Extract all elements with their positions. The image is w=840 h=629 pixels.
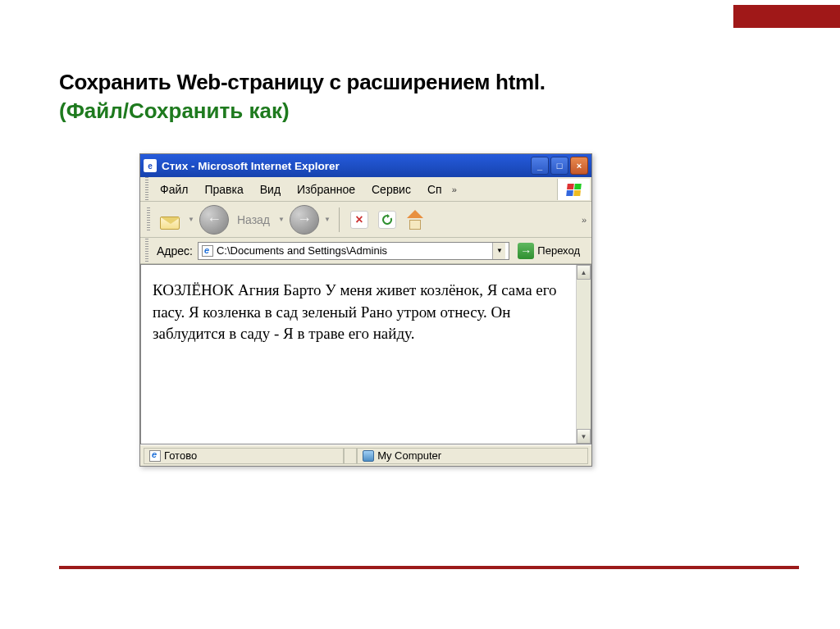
menu-edit[interactable]: Правка — [196, 180, 251, 198]
ie-window: e Стих - Microsoft Internet Explorer _ □… — [139, 153, 592, 467]
windows-flag-icon — [566, 184, 582, 196]
toolbar-grip[interactable] — [145, 239, 148, 263]
address-label: Адрес: — [157, 244, 193, 258]
minimize-button[interactable]: _ — [531, 157, 549, 175]
slide-divider — [59, 566, 799, 569]
page-body-text: КОЗЛЁНОК Агния Барто У меня живет козлён… — [141, 265, 576, 444]
slide-title-block: Сохранить Web-страницу с расширением htm… — [59, 70, 832, 124]
toolbar: ▼ ← Назад ▼ → ▼ × » — [140, 202, 591, 238]
toolbar-grip[interactable] — [145, 177, 148, 202]
address-bar: Адрес: C:\Documents and Settings\Adminis… — [140, 238, 591, 264]
address-path: C:\Documents and Settings\Adminis — [217, 244, 492, 257]
forward-button[interactable]: → — [290, 205, 319, 235]
slide-subtitle: (Файл/Сохранить как) — [59, 98, 832, 124]
computer-icon — [363, 450, 374, 462]
scroll-down-icon[interactable]: ▼ — [577, 429, 591, 444]
toolbar-grip[interactable] — [147, 207, 150, 232]
slide-title: Сохранить Web-страницу с расширением htm… — [59, 70, 832, 95]
page-icon — [202, 245, 213, 257]
ie-logo-icon: e — [144, 159, 157, 172]
menu-tools[interactable]: Сервис — [363, 180, 419, 198]
status-separator — [344, 448, 357, 464]
status-zone: My Computer — [357, 448, 588, 464]
slide-accent — [733, 5, 840, 28]
mail-dropdown-icon[interactable]: ▼ — [188, 216, 194, 223]
address-input[interactable]: C:\Documents and Settings\Adminis ▼ — [198, 242, 509, 260]
back-dropdown-icon[interactable]: ▼ — [278, 216, 285, 223]
stop-button[interactable]: × — [348, 208, 371, 231]
menu-view[interactable]: Вид — [252, 180, 289, 198]
windows-logo — [557, 179, 590, 200]
address-dropdown-icon[interactable]: ▼ — [492, 243, 505, 259]
toolbar-more-chevron[interactable]: » — [582, 215, 587, 225]
refresh-icon — [378, 211, 396, 229]
close-button[interactable]: × — [570, 157, 588, 175]
status-bar: Готово My Computer — [140, 444, 591, 466]
mail-icon[interactable] — [158, 210, 183, 230]
back-label: Назад — [237, 213, 270, 226]
menu-truncated[interactable]: Сп — [419, 180, 450, 198]
refresh-button[interactable] — [376, 208, 399, 231]
status-zone-label: My Computer — [377, 449, 441, 462]
toolbar-separator — [339, 207, 340, 232]
go-button[interactable]: → Переход — [514, 242, 587, 260]
home-button[interactable] — [404, 208, 427, 231]
home-icon — [405, 210, 425, 230]
go-label: Переход — [537, 244, 580, 257]
status-ready-label: Готово — [164, 449, 197, 462]
menubar: Файл Правка Вид Избранное Сервис Сп » — [140, 177, 591, 202]
go-arrow-icon: → — [518, 243, 534, 259]
back-button[interactable]: ← — [199, 205, 229, 235]
vertical-scrollbar[interactable]: ▲ ▼ — [576, 265, 591, 444]
scrollbar-track[interactable] — [577, 280, 591, 429]
page-icon — [149, 450, 161, 462]
window-title: Стих - Microsoft Internet Explorer — [162, 160, 531, 172]
menu-file[interactable]: Файл — [152, 180, 196, 198]
forward-dropdown-icon[interactable]: ▼ — [324, 216, 331, 223]
status-ready: Готово — [144, 448, 344, 464]
menu-more-chevron[interactable]: » — [452, 185, 457, 194]
menu-favorites[interactable]: Избранное — [289, 180, 363, 198]
stop-icon: × — [350, 211, 368, 229]
titlebar[interactable]: e Стих - Microsoft Internet Explorer _ □… — [140, 154, 591, 177]
maximize-button[interactable]: □ — [550, 157, 568, 175]
scroll-up-icon[interactable]: ▲ — [577, 265, 591, 280]
content-pane: КОЗЛЁНОК Агния Барто У меня живет козлён… — [140, 264, 591, 444]
